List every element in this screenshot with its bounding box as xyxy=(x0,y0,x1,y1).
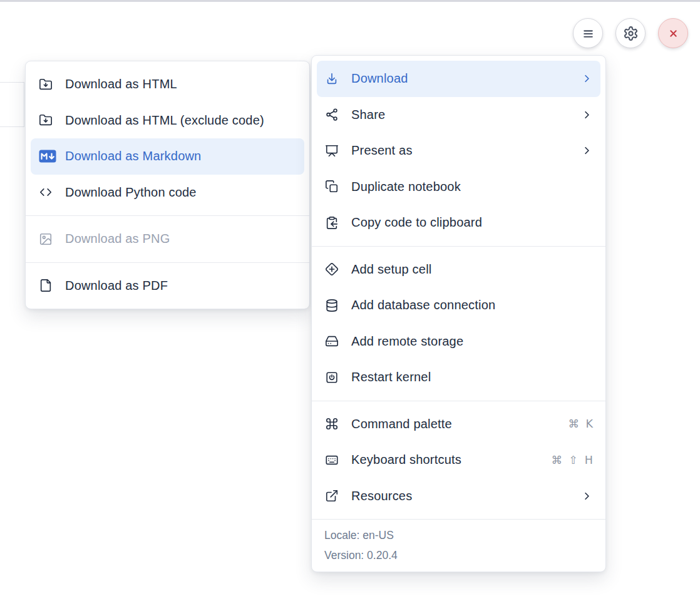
copy-icon xyxy=(325,180,339,193)
share-icon xyxy=(325,108,339,121)
download-icon xyxy=(325,72,339,86)
menu-item-label: Download as HTML (exclude code) xyxy=(65,113,297,128)
square-power-icon xyxy=(325,371,339,384)
menu-item-download-as-html[interactable]: Download as HTML xyxy=(31,66,304,103)
notebook-menu: DownloadSharePresent asDuplicate noteboo… xyxy=(311,55,606,572)
notebook-actions-toolbar xyxy=(573,18,688,48)
menu-icon xyxy=(580,26,596,41)
menu-item-share[interactable]: Share xyxy=(317,97,600,133)
chevron-right-icon xyxy=(581,73,593,85)
markdown-icon xyxy=(39,150,56,163)
file-icon xyxy=(39,279,53,292)
menu-item-label: Share xyxy=(351,108,576,122)
menu-item-download-python-code[interactable]: Download Python code xyxy=(31,175,304,211)
menu-item-label: Copy code to clipboard xyxy=(351,215,593,230)
menu-item-add-setup-cell[interactable]: Add setup cell xyxy=(317,252,600,288)
chevron-right-icon xyxy=(581,109,593,121)
chevron-right-icon xyxy=(581,490,593,502)
image-icon xyxy=(39,232,53,246)
settings-button[interactable] xyxy=(615,18,646,48)
folder-down-icon xyxy=(39,113,53,127)
background-cell-border xyxy=(0,82,24,127)
chevron-right-icon xyxy=(581,145,593,157)
diamond-plus-icon xyxy=(325,262,339,276)
menu-item-copy-code-to-clipboard[interactable]: Copy code to clipboard xyxy=(317,205,600,241)
menu-item-label: Add database connection xyxy=(351,298,593,312)
menu-item-label: Command palette xyxy=(351,417,563,431)
database-icon xyxy=(325,299,339,312)
menu-item-label: Download Python code xyxy=(65,185,297,200)
locale-text: Locale: en-US xyxy=(324,525,593,545)
settings-icon xyxy=(623,26,639,41)
folder-down-icon xyxy=(39,78,53,91)
menu-item-label: Download xyxy=(351,71,576,86)
menu-item-label: Present as xyxy=(351,143,576,158)
external-link-icon xyxy=(325,489,339,503)
menu-item-keyboard-shortcuts[interactable]: Keyboard shortcuts⌘ ⇧ H xyxy=(317,442,600,478)
download-submenu: Download as HTMLDownload as HTML (exclud… xyxy=(25,61,310,309)
menu-item-label: Download as HTML xyxy=(65,77,297,91)
menu-item-label: Keyboard shortcuts xyxy=(351,453,547,467)
menu-item-add-remote-storage[interactable]: Add remote storage xyxy=(317,324,600,360)
menu-item-download-as-html-exclude-code[interactable]: Download as HTML (exclude code) xyxy=(31,103,304,139)
menu-item-label: Download as PDF xyxy=(65,279,297,293)
menu-item-restart-kernel[interactable]: Restart kernel xyxy=(317,359,600,396)
shutdown-button[interactable] xyxy=(658,18,688,48)
presentation-icon xyxy=(325,144,339,158)
menu-item-label: Resources xyxy=(351,489,576,503)
menu-item-download-as-pdf[interactable]: Download as PDF xyxy=(31,268,304,304)
command-icon xyxy=(325,417,339,431)
menu-item-download-as-png: Download as PNG xyxy=(31,221,304,257)
menu-item-download-as-markdown[interactable]: Download as Markdown xyxy=(31,138,304,175)
window-top-border xyxy=(0,0,700,2)
shortcut-hint: ⌘ K xyxy=(568,418,593,430)
menu-item-add-database-connection[interactable]: Add database connection xyxy=(317,287,600,324)
clipboard-copy-icon xyxy=(325,216,339,230)
menu-button[interactable] xyxy=(573,18,603,48)
version-text: Version: 0.20.4 xyxy=(324,545,593,565)
menu-item-label: Add remote storage xyxy=(351,334,593,349)
shortcut-hint: ⌘ ⇧ H xyxy=(552,454,593,466)
menu-item-resources[interactable]: Resources xyxy=(317,478,600,515)
code-icon xyxy=(39,185,53,199)
menu-item-label: Add setup cell xyxy=(351,262,593,277)
menu-item-label: Restart kernel xyxy=(351,370,593,384)
menu-item-command-palette[interactable]: Command palette⌘ K xyxy=(317,406,600,443)
menu-footer: Locale: en-US Version: 0.20.4 xyxy=(312,519,605,572)
menu-item-present-as[interactable]: Present as xyxy=(317,133,600,169)
hard-drive-icon xyxy=(325,334,339,348)
menu-item-download[interactable]: Download xyxy=(317,61,600,97)
close-icon xyxy=(666,26,681,41)
menu-item-label: Duplicate notebook xyxy=(351,180,593,194)
keyboard-icon xyxy=(325,453,339,467)
menu-item-label: Download as Markdown xyxy=(65,149,297,163)
menu-item-label: Download as PNG xyxy=(65,232,297,246)
menu-item-duplicate-notebook[interactable]: Duplicate notebook xyxy=(317,169,600,205)
